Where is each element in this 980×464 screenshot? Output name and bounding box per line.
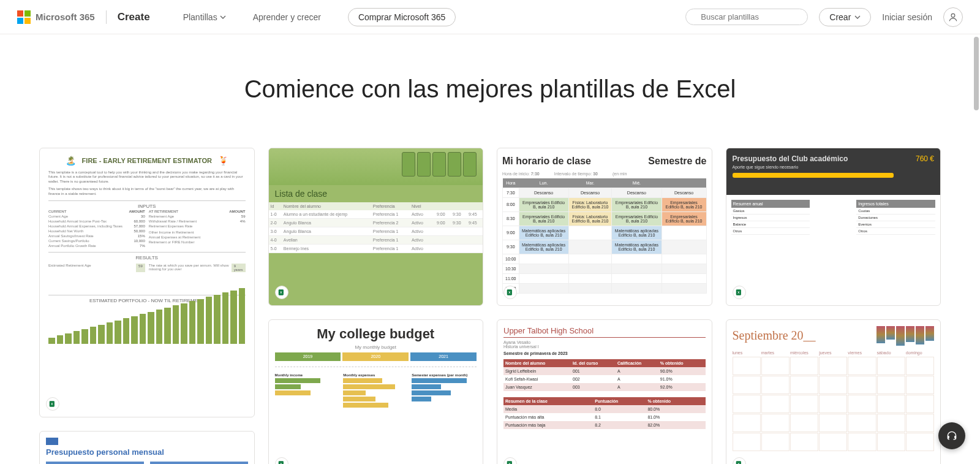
excel-badge [275, 286, 288, 299]
thumb: Presupuesto personal mensual Ingresos me… [40, 432, 254, 464]
brand-text: Microsoft 365 [36, 12, 95, 22]
excel-badge [46, 397, 59, 411]
template-card-horario[interactable]: Mi horario de claseSemestre de Hora de i… [497, 148, 712, 306]
talbot-title: Upper Talbot High School [503, 326, 706, 338]
create-dropdown[interactable]: Crear [819, 8, 871, 26]
personal-title: Presupuesto personal mensual [46, 447, 248, 457]
sept-title: Septiembre 20__ [733, 329, 816, 343]
help-fab-button[interactable] [938, 422, 965, 449]
create-brand[interactable]: Create [118, 11, 150, 23]
club-title: Presupuesto del Club académico [733, 154, 935, 163]
thumb: Septiembre 20__ lunesmartesmiércolesjuev… [726, 320, 941, 464]
microsoft-logo-icon [17, 10, 31, 24]
signin-link[interactable]: Iniciar sesión [882, 12, 932, 22]
accent-icon [46, 438, 58, 445]
divider [106, 10, 107, 24]
scrollbar[interactable] [974, 37, 979, 110]
create-dd-label: Crear [829, 12, 851, 22]
fire-bar-chart [48, 307, 246, 344]
lista-title: Lista de clase [269, 185, 483, 202]
thumb: Upper Talbot High School Ayana Vesalio H… [497, 320, 712, 464]
template-card-club-budget[interactable]: 760 € Presupuesto del Club académico Apo… [726, 148, 941, 306]
search-input[interactable] [699, 12, 805, 22]
sec-inputs: INPUTS [48, 200, 246, 209]
thumb: My college budget My monthly budget 2019… [269, 320, 483, 464]
person-icon [948, 12, 959, 23]
search-box[interactable] [685, 9, 808, 25]
ms365-logo[interactable]: Microsoft 365 [17, 10, 95, 24]
template-card-september-cal[interactable]: Septiembre 20__ lunesmartesmiércolesjuev… [726, 319, 941, 464]
nav-templates-dropdown[interactable]: Plantillas [183, 12, 226, 22]
cityscape-icon [876, 326, 934, 346]
sec-results: RESULTS [48, 252, 246, 261]
palm-icon: 🏝️ [66, 156, 76, 165]
nav-templates-label: Plantillas [183, 12, 217, 22]
nav-learn[interactable]: Aprender y crecer [253, 12, 321, 22]
college-title: My college budget [275, 326, 477, 342]
template-card-talbot[interactable]: Upper Talbot High School Ayana Vesalio H… [497, 319, 712, 464]
template-card-personal-budget[interactable]: Presupuesto personal mensual Ingresos me… [39, 431, 255, 464]
chevron-down-icon [854, 14, 861, 20]
top-nav-bar: Microsoft 365 Create Plantillas Aprender… [0, 0, 980, 34]
template-card-fire[interactable]: 🏝️ FIRE - EARLY RETIREMENT ESTIMATOR 🍹 T… [39, 148, 255, 417]
account-avatar[interactable] [943, 7, 963, 27]
thumb: 760 € Presupuesto del Club académico Apo… [726, 148, 941, 305]
svg-point-1 [951, 13, 955, 17]
club-bar-chart [815, 200, 851, 243]
template-card-lista-clase[interactable]: Lista de clase IdNombre del alumnoPrefer… [268, 148, 484, 306]
template-gallery: 🏝️ FIRE - EARLY RETIREMENT ESTIMATOR 🍹 T… [0, 148, 980, 464]
horario-title: Mi horario de clase [502, 156, 591, 167]
template-card-college-budget[interactable]: My college budget My monthly budget 2019… [268, 319, 484, 464]
headset-icon [946, 430, 958, 442]
page-title: Comience con las mejores plantillas de E… [0, 51, 980, 131]
buy-m365-button[interactable]: Comprar Microsoft 365 [348, 8, 456, 26]
svg-rect-9 [948, 436, 949, 438]
thumb: 🏝️ FIRE - EARLY RETIREMENT ESTIMATOR 🍹 T… [40, 148, 254, 417]
drink-icon: 🍹 [218, 156, 228, 165]
thumb: Mi horario de claseSemestre de Hora de i… [497, 148, 712, 305]
excel-badge [733, 286, 746, 299]
svg-rect-10 [954, 436, 956, 438]
chevron-down-icon [220, 14, 226, 20]
fire-title: FIRE - EARLY RETIREMENT ESTIMATOR [82, 157, 212, 164]
excel-badge [503, 286, 517, 299]
thumb: Lista de clase IdNombre del alumnoPrefer… [269, 148, 483, 305]
